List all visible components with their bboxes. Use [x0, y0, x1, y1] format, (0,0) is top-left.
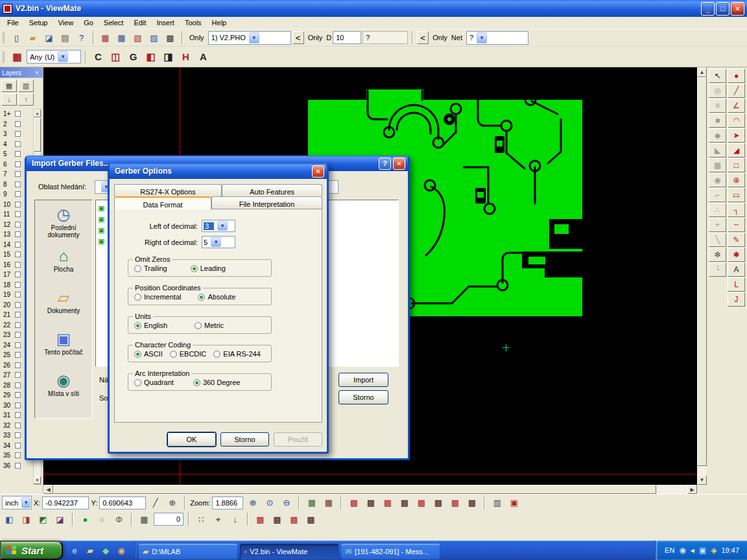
- view-layer-icon-3[interactable]: ◩: [36, 512, 51, 526]
- zoom-in-icon[interactable]: ⊕: [245, 496, 260, 510]
- close-button[interactable]: ×: [312, 165, 324, 178]
- draw-pencil-icon[interactable]: ✎: [728, 233, 745, 247]
- layer-row[interactable]: 36: [0, 461, 34, 471]
- print-icon[interactable]: ▤: [58, 30, 73, 45]
- layer-color-swatch[interactable]: [15, 191, 21, 197]
- layer-color-swatch[interactable]: [15, 181, 21, 187]
- hook-tool-icon[interactable]: └: [709, 262, 726, 277]
- center-icon[interactable]: ⊕: [165, 496, 180, 510]
- layer-color-swatch[interactable]: [15, 352, 21, 358]
- scrollbar-thumb[interactable]: [697, 77, 707, 466]
- layer-color-swatch[interactable]: [15, 211, 21, 217]
- layer-list-icon[interactable]: ▦: [1, 80, 17, 92]
- toolbar-grip[interactable]: [3, 32, 6, 43]
- radio-checked-icon[interactable]: [191, 265, 198, 272]
- layer-color-swatch[interactable]: [15, 402, 21, 408]
- select-g-icon[interactable]: G: [125, 49, 141, 65]
- dcode-pattern-icon-5[interactable]: ▩: [414, 496, 429, 510]
- draw-rect-icon[interactable]: □: [728, 158, 745, 172]
- radio-incremental[interactable]: Incremental: [134, 293, 181, 301]
- draw-arrow-icon[interactable]: ➤: [728, 128, 745, 143]
- apply-button[interactable]: Použít: [274, 432, 322, 447]
- select-grid-a-icon[interactable]: ◧: [143, 49, 159, 65]
- menu-item[interactable]: Help: [207, 18, 232, 28]
- layer-grid-icon[interactable]: ▥: [18, 80, 34, 92]
- layer-color-swatch[interactable]: [15, 292, 21, 298]
- layer-color-swatch[interactable]: [15, 443, 21, 449]
- drop-arrow-icon[interactable]: ↓: [228, 512, 243, 526]
- task-viewmate[interactable]: ▪ V2.bin - ViewMate: [240, 544, 338, 559]
- marker-icon[interactable]: ▣: [506, 496, 521, 510]
- menu-item[interactable]: File: [2, 18, 24, 28]
- layer-color-swatch[interactable]: [15, 412, 21, 418]
- left-of-decimal-select[interactable]: 3 ▼: [202, 220, 235, 232]
- layer-color-swatch[interactable]: [15, 392, 21, 398]
- layer-up-icon[interactable]: ↑: [18, 93, 34, 106]
- select-pointer-icon[interactable]: ↖: [709, 69, 726, 83]
- previous-layer-button[interactable]: <: [292, 31, 304, 44]
- corner-tool-icon[interactable]: ⌐: [709, 188, 726, 202]
- layer-color-swatch[interactable]: [15, 382, 21, 388]
- open-file-icon[interactable]: ▰: [25, 30, 40, 45]
- layer-color-swatch[interactable]: [15, 423, 21, 428]
- dcode-pattern-icon-7[interactable]: ▩: [447, 496, 462, 510]
- radio-checked-icon[interactable]: [198, 294, 205, 301]
- close-button[interactable]: ×: [731, 2, 744, 16]
- layer-color-swatch[interactable]: [15, 282, 21, 288]
- ie-icon[interactable]: e: [68, 543, 81, 557]
- maximize-button[interactable]: □: [716, 2, 729, 16]
- ring-tool-icon[interactable]: ◎: [709, 84, 726, 98]
- frame-tool-icon-2[interactable]: ▦: [114, 30, 129, 45]
- dcode-pattern-icon-6[interactable]: ▩: [431, 496, 445, 510]
- only-layer-label[interactable]: Only: [189, 34, 204, 41]
- frame-tool-icon-3[interactable]: ▧: [130, 30, 145, 45]
- draw-angle-icon[interactable]: ∠: [728, 99, 745, 113]
- dcode-pattern-icon-8[interactable]: ▩: [464, 496, 479, 510]
- radio-ascii[interactable]: ASCII: [134, 350, 163, 358]
- highlight-dot-icon[interactable]: ●: [78, 512, 93, 526]
- layer-color-swatch[interactable]: [15, 262, 21, 268]
- layer-color-swatch[interactable]: [15, 362, 21, 368]
- polygon-tool-icon[interactable]: ◆: [709, 128, 726, 143]
- place-documents[interactable]: ▱ Dokumenty: [35, 290, 92, 331]
- zoom-window-icon[interactable]: ⊙: [262, 496, 277, 510]
- tray-network-icon[interactable]: ◉: [679, 546, 685, 554]
- tray-app-icon-2[interactable]: ◈: [711, 546, 717, 554]
- lamp-icon[interactable]: ○: [95, 512, 110, 526]
- language-indicator[interactable]: EN: [665, 546, 674, 554]
- layer-color-swatch[interactable]: [15, 202, 21, 207]
- dcode-pattern-icon-2[interactable]: ▩: [363, 496, 378, 510]
- select-grid-b-icon[interactable]: ◨: [160, 49, 176, 65]
- layer-color-swatch[interactable]: [15, 332, 21, 338]
- gerber-dialog-titlebar[interactable]: Gerber Options ×: [110, 163, 327, 179]
- zoom-out-icon[interactable]: ⊖: [279, 496, 294, 510]
- layer-color-swatch[interactable]: [15, 302, 21, 308]
- new-file-icon[interactable]: ▯: [9, 30, 24, 45]
- scrollbar-thumb[interactable]: [34, 118, 41, 152]
- radio-trailing[interactable]: Trailing: [134, 264, 167, 272]
- aperture-grid-icon[interactable]: ▦: [9, 49, 25, 65]
- chevron-down-icon[interactable]: ▼: [249, 32, 259, 43]
- grid-view-icon-2[interactable]: ▦: [321, 496, 336, 510]
- scrollbar-thumb[interactable]: [53, 485, 656, 494]
- layer-color-swatch[interactable]: [15, 161, 21, 167]
- draw-obround-icon[interactable]: ▭: [728, 188, 745, 202]
- layer-color-swatch[interactable]: [15, 251, 21, 257]
- radio-icon[interactable]: [213, 351, 220, 358]
- start-button[interactable]: Start: [0, 541, 63, 560]
- radio-metric[interactable]: Metric: [195, 321, 224, 329]
- menu-item[interactable]: View: [53, 18, 78, 28]
- aperture-table-icon[interactable]: ▦: [137, 512, 152, 526]
- app-quick-icon-1[interactable]: ◆: [99, 543, 112, 557]
- place-network[interactable]: ◉ Místa v síti: [35, 373, 92, 414]
- import-button[interactable]: Import: [338, 373, 388, 387]
- place-computer[interactable]: ▣ Tento počítač: [35, 331, 92, 373]
- layer-color-swatch[interactable]: [15, 121, 21, 127]
- menu-item[interactable]: Select: [99, 18, 129, 28]
- radio-checked-icon[interactable]: [134, 351, 141, 358]
- label-tool-icon[interactable]: L: [728, 277, 745, 292]
- radio-quadrant[interactable]: Quadrant: [134, 379, 174, 386]
- menu-item[interactable]: Setup: [24, 18, 53, 28]
- scroll-down-icon[interactable]: ▼: [697, 475, 707, 485]
- only-net-label[interactable]: Only: [433, 34, 447, 41]
